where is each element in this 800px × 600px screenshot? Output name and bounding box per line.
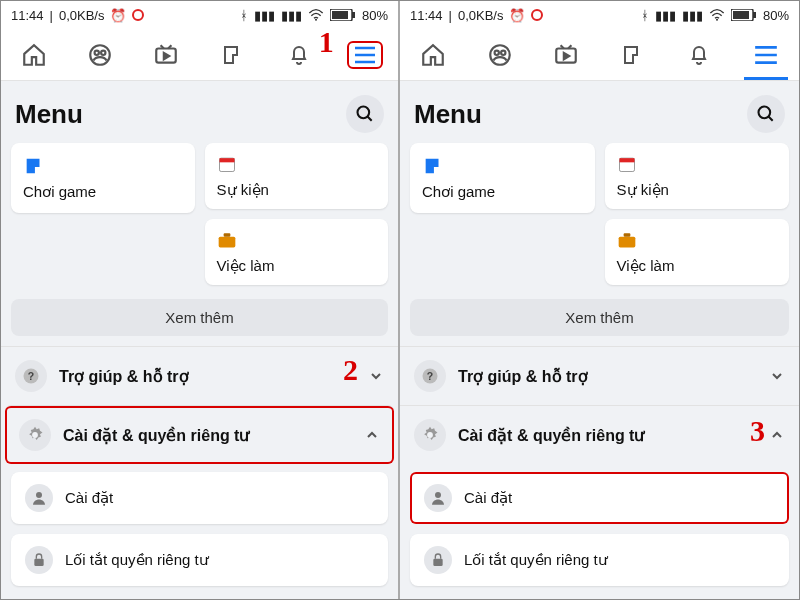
see-more-button[interactable]: Xem thêm (11, 299, 388, 336)
card-label: Việc làm (617, 257, 778, 275)
target-icon (132, 9, 144, 21)
lock-icon (25, 546, 53, 574)
row-help[interactable]: ? Trợ giúp & hỗ trợ 2 (1, 346, 398, 405)
svg-point-24 (494, 50, 498, 54)
status-bar: 11:44 | 0,0KB/s ⏰ ᚼ ▮▮▮ ▮▮▮ 80% (1, 1, 398, 29)
row-label: Trợ giúp & hỗ trợ (59, 367, 356, 386)
row-help[interactable]: ? Trợ giúp & hỗ trợ (400, 346, 799, 405)
subrow-label: Lối tắt quyền riêng tư (65, 551, 209, 569)
svg-point-35 (435, 492, 441, 498)
status-bar: 11:44 | 0,0KB/s ⏰ ᚼ▮▮▮▮▮▮ 80% (400, 1, 799, 29)
row-settings-privacy[interactable]: Cài đặt & quyền riêng tư 3 (400, 405, 799, 464)
gaming-icon (23, 155, 183, 177)
nav-home[interactable] (6, 31, 62, 79)
svg-rect-29 (619, 158, 634, 162)
subrow-settings[interactable]: Cài đặt (11, 472, 388, 524)
bluetooth-icon: ᚼ (240, 8, 248, 23)
briefcase-icon (217, 229, 377, 251)
target-icon (531, 9, 543, 21)
status-time: 11:44 (11, 8, 44, 23)
card-jobs[interactable]: Việc làm (605, 219, 790, 285)
nav-gaming[interactable] (605, 31, 661, 79)
subrow-privacy-shortcut[interactable]: Lối tắt quyền riêng tư (410, 534, 789, 586)
svg-rect-18 (34, 559, 43, 566)
search-button[interactable] (747, 95, 785, 133)
chevron-up-icon (769, 427, 785, 443)
page-title: Menu (15, 99, 83, 130)
chevron-up-icon (364, 427, 380, 443)
card-gaming[interactable]: Chơi game (11, 143, 195, 213)
svg-point-5 (95, 50, 99, 54)
briefcase-icon (617, 229, 778, 251)
nav-home[interactable] (405, 31, 461, 79)
nav-groups[interactable] (72, 31, 128, 79)
row-label: Cài đặt & quyền riêng tư (458, 426, 757, 445)
hamburger-icon (347, 41, 383, 69)
card-gaming[interactable]: Chơi game (410, 143, 595, 213)
gaming-icon (422, 155, 583, 177)
calendar-icon (217, 153, 377, 175)
subrow-label: Lối tắt quyền riêng tư (464, 551, 608, 569)
svg-text:?: ? (28, 370, 34, 382)
help-icon: ? (15, 360, 47, 392)
card-events[interactable]: Sự kiện (605, 143, 790, 209)
see-more-button[interactable]: Xem thêm (410, 299, 789, 336)
person-icon (424, 484, 452, 512)
svg-point-0 (315, 19, 317, 21)
nav-menu[interactable]: 1 (337, 31, 393, 79)
card-jobs[interactable]: Việc làm (205, 219, 389, 285)
svg-rect-30 (618, 237, 635, 248)
nav-menu[interactable] (738, 31, 794, 79)
svg-rect-3 (332, 11, 348, 19)
nav-gaming[interactable] (205, 31, 261, 79)
svg-rect-22 (733, 11, 749, 19)
card-events[interactable]: Sự kiện (205, 143, 389, 209)
annotation-2: 2 (343, 353, 358, 387)
svg-rect-12 (223, 233, 230, 236)
nav-notifications[interactable] (671, 31, 727, 79)
search-button[interactable] (346, 95, 384, 133)
top-nav (400, 29, 799, 81)
svg-rect-21 (753, 12, 756, 18)
lock-icon (424, 546, 452, 574)
annotation-1: 1 (319, 25, 334, 59)
subrow-label: Cài đặt (464, 489, 512, 507)
status-right: ᚼ▮▮▮▮▮▮ 80% (641, 8, 789, 23)
status-right: ᚼ ▮▮▮ ▮▮▮ 80% (240, 8, 388, 23)
row-label: Cài đặt & quyền riêng tư (63, 426, 352, 445)
svg-rect-36 (433, 559, 442, 566)
nav-watch[interactable] (538, 31, 594, 79)
status-time: 11:44 (410, 8, 443, 23)
svg-point-23 (490, 45, 510, 65)
row-settings-privacy[interactable]: Cài đặt & quyền riêng tư (5, 405, 394, 464)
nav-groups[interactable] (472, 31, 528, 79)
subrow-settings[interactable]: Cài đặt (410, 472, 789, 524)
annotation-3: 3 (750, 414, 765, 448)
chevron-down-icon (769, 368, 785, 384)
wifi-icon (308, 9, 324, 21)
card-label: Chơi game (422, 183, 583, 201)
svg-point-16 (32, 432, 38, 438)
panel-step1-2: 11:44 | 0,0KB/s ⏰ ᚼ ▮▮▮ ▮▮▮ 80% (1, 1, 400, 599)
subrow-privacy-shortcut[interactable]: Lối tắt quyền riêng tư (11, 534, 388, 586)
card-label: Việc làm (217, 257, 377, 275)
svg-rect-10 (219, 158, 234, 162)
card-label: Sự kiện (217, 181, 377, 199)
chevron-down-icon (368, 368, 384, 384)
calendar-icon (617, 153, 778, 175)
svg-point-4 (90, 45, 110, 65)
battery-icon (330, 9, 356, 21)
battery-pct: 80% (763, 8, 789, 23)
battery-pct: 80% (362, 8, 388, 23)
svg-point-25 (501, 50, 505, 54)
svg-point-19 (716, 19, 718, 21)
help-icon: ? (414, 360, 446, 392)
svg-rect-11 (218, 237, 235, 248)
card-label: Sự kiện (617, 181, 778, 199)
subrow-label: Cài đặt (65, 489, 113, 507)
svg-point-27 (759, 107, 771, 119)
gear-icon (414, 419, 446, 451)
page-title: Menu (414, 99, 482, 130)
svg-point-34 (427, 432, 433, 438)
nav-watch[interactable] (138, 31, 194, 79)
